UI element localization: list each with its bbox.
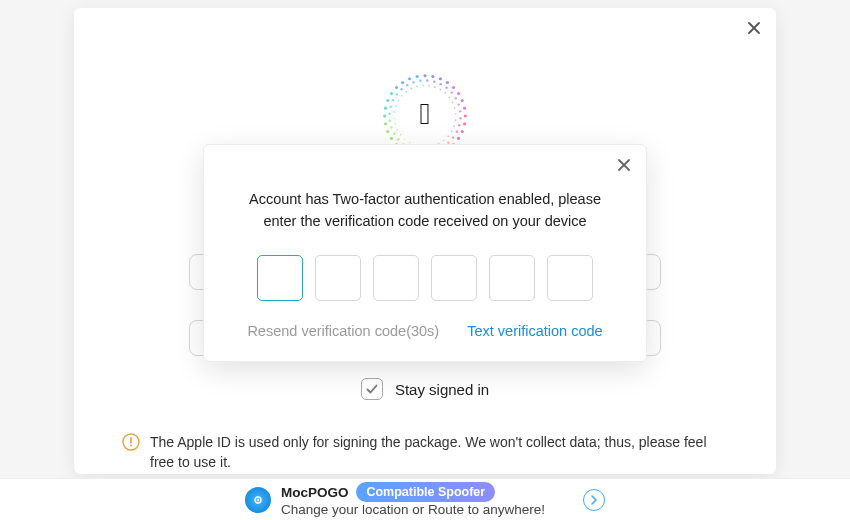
- svg-point-91: [457, 103, 459, 105]
- svg-point-100: [257, 498, 259, 500]
- svg-point-83: [444, 92, 446, 94]
- svg-point-81: [446, 81, 449, 84]
- ad-go-button[interactable]: [583, 489, 605, 511]
- svg-point-44: [394, 123, 396, 125]
- svg-point-58: [396, 93, 398, 95]
- svg-point-51: [384, 107, 387, 110]
- svg-point-38: [400, 134, 402, 136]
- svg-point-84: [452, 86, 455, 89]
- disclaimer-text: The Apple ID is used only for signing th…: [150, 432, 728, 473]
- svg-point-7: [456, 131, 458, 133]
- svg-point-89: [452, 102, 454, 104]
- close-icon[interactable]: [616, 157, 632, 173]
- svg-point-53: [395, 105, 397, 107]
- svg-point-95: [455, 113, 457, 115]
- svg-point-14: [443, 140, 445, 142]
- ad-tagline: Change your location or Route to anywher…: [281, 502, 545, 517]
- svg-point-2: [455, 119, 457, 121]
- svg-point-40: [393, 133, 395, 135]
- svg-point-87: [457, 92, 460, 95]
- modal-message: Account has Two-factor authentication en…: [228, 189, 622, 233]
- svg-point-64: [406, 84, 408, 86]
- svg-point-71: [422, 84, 424, 86]
- svg-point-66: [408, 77, 411, 80]
- svg-point-3: [463, 122, 466, 125]
- code-digit-4[interactable]: [431, 255, 477, 301]
- svg-point-80: [439, 89, 441, 91]
- svg-point-68: [416, 85, 418, 87]
- svg-point-10: [452, 136, 454, 138]
- svg-point-79: [440, 83, 442, 85]
- svg-point-92: [454, 107, 456, 109]
- ad-brand: MocPOGO: [281, 485, 349, 500]
- code-digit-6[interactable]: [547, 255, 593, 301]
- two-factor-modal: Account has Two-factor authentication en…: [203, 144, 647, 362]
- svg-point-78: [439, 77, 442, 80]
- svg-point-57: [390, 92, 393, 95]
- svg-point-74: [428, 85, 430, 87]
- svg-point-5: [453, 125, 455, 127]
- svg-point-50: [394, 111, 396, 113]
- svg-point-4: [458, 124, 460, 126]
- svg-point-60: [395, 86, 398, 89]
- resend-code-button: Resend verification code(30s): [247, 323, 439, 339]
- code-digit-2[interactable]: [315, 255, 361, 301]
- svg-point-85: [451, 91, 453, 93]
- signin-window:  I Stay signed in The Apple ID is used …: [74, 8, 776, 474]
- svg-point-55: [392, 99, 394, 101]
- svg-point-59: [401, 95, 403, 97]
- code-digit-1[interactable]: [257, 255, 303, 301]
- warning-icon: [122, 433, 140, 473]
- svg-point-39: [390, 137, 393, 140]
- code-digit-3[interactable]: [373, 255, 419, 301]
- stay-signed-in-checkbox[interactable]: [361, 378, 383, 400]
- svg-point-65: [411, 88, 413, 90]
- svg-point-62: [405, 91, 407, 93]
- svg-point-43: [390, 126, 392, 128]
- svg-point-70: [419, 80, 421, 82]
- stay-signed-in-label: Stay signed in: [395, 381, 489, 398]
- stay-signed-in-row: Stay signed in: [74, 378, 776, 400]
- svg-point-61: [400, 88, 402, 90]
- svg-point-82: [445, 87, 447, 89]
- svg-point-41: [397, 129, 399, 131]
- svg-point-88: [455, 97, 457, 99]
- verification-code-row: [228, 255, 622, 301]
- svg-point-72: [423, 74, 426, 77]
- svg-point-49: [388, 112, 390, 114]
- svg-point-76: [433, 80, 435, 82]
- svg-point-94: [459, 110, 461, 112]
- svg-point-1: [459, 117, 461, 119]
- svg-point-73: [426, 79, 428, 81]
- svg-point-47: [393, 117, 395, 119]
- svg-point-42: [386, 130, 389, 133]
- text-code-button[interactable]: Text verification code: [467, 323, 602, 339]
- svg-point-35: [404, 138, 406, 140]
- svg-point-0: [464, 114, 467, 117]
- svg-point-6: [461, 130, 464, 133]
- svg-point-75: [431, 75, 434, 78]
- svg-point-11: [447, 135, 449, 137]
- ad-text-block: MocPOGO Compatible Spoofer Change your l…: [281, 482, 545, 517]
- svg-point-46: [389, 119, 391, 121]
- svg-point-93: [463, 107, 466, 110]
- modal-actions: Resend verification code(30s) Text verif…: [228, 323, 622, 339]
- svg-point-8: [451, 130, 453, 132]
- mocpogo-icon: [245, 487, 271, 513]
- close-icon[interactable]: [746, 20, 762, 36]
- svg-point-37: [397, 138, 399, 140]
- svg-point-90: [461, 99, 464, 102]
- svg-point-86: [449, 96, 451, 98]
- apple-icon: : [420, 97, 431, 131]
- code-digit-5[interactable]: [489, 255, 535, 301]
- svg-point-54: [386, 99, 389, 102]
- svg-point-67: [412, 81, 414, 83]
- check-icon: [365, 382, 379, 396]
- svg-point-77: [434, 86, 436, 88]
- disclaimer: The Apple ID is used only for signing th…: [122, 432, 728, 473]
- ad-pill: Compatible Spoofer: [356, 482, 495, 502]
- footer-ad: MocPOGO Compatible Spoofer Change your l…: [0, 478, 850, 520]
- svg-point-98: [130, 445, 132, 447]
- svg-point-69: [416, 75, 419, 78]
- chevron-right-icon: [589, 495, 599, 505]
